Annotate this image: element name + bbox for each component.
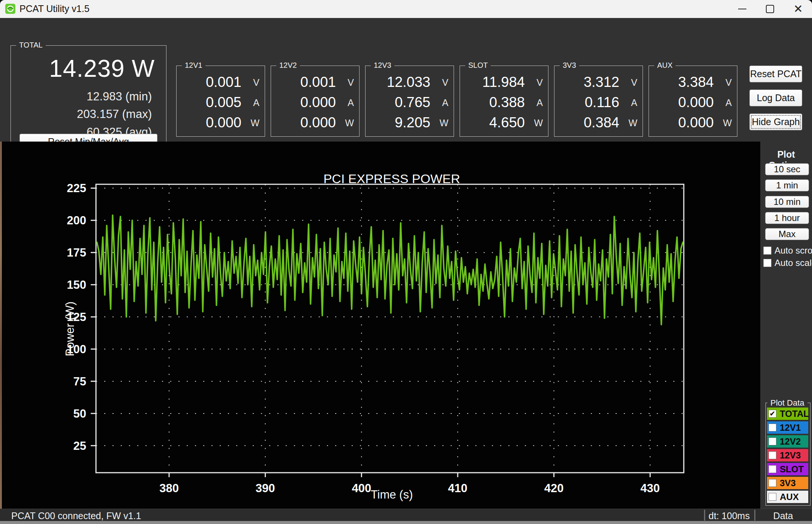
total-power-value: 14.239 W <box>49 55 155 82</box>
rail-voltage: 3.384 <box>678 74 714 90</box>
minimize-button[interactable] <box>728 0 756 18</box>
hide-graph-button[interactable]: Hide Graph <box>749 113 802 130</box>
unit-amps: A <box>348 97 354 108</box>
svg-text:25: 25 <box>73 439 86 452</box>
rail-label: 12V3 <box>371 61 394 70</box>
range-10min-button[interactable]: 10 min <box>765 196 809 208</box>
connection-status: PCAT C00 connected, FW v1.1 <box>11 511 141 521</box>
sample-interval: dt: 100ms <box>704 511 754 521</box>
unit-amps: A <box>725 97 732 108</box>
plot-data-rows: TOTAL 12V1 12V2 12V3 SLOT 3V3 AUX <box>767 408 808 505</box>
rail-power: 0.000 <box>206 115 241 131</box>
rail-label: SLOT <box>465 61 491 70</box>
rail-current: 0.000 <box>300 94 336 110</box>
range-1min-button[interactable]: 1 min <box>765 179 809 191</box>
checkbox <box>769 437 776 445</box>
range-1hour-button[interactable]: 1 hour <box>765 212 809 224</box>
svg-text:50: 50 <box>73 407 86 420</box>
rail-groupbox-12v3: 12V3 12.033V 0.765A 9.205W <box>365 66 454 137</box>
total-min: 12.983 (min) <box>87 90 152 103</box>
rail-groupbox-slot: SLOT 11.984V 0.388A 4.650W <box>460 66 548 137</box>
rail-groupbox-12v2: 12V2 0.001V 0.000A 0.000W <box>271 66 360 137</box>
minimize-icon <box>738 9 746 9</box>
unit-amps: A <box>442 97 448 108</box>
x-axis-label: Time (s) <box>277 488 506 502</box>
y-axis-label: Power (W) <box>63 290 77 368</box>
rail-current: 0.000 <box>678 94 714 110</box>
svg-text:175: 175 <box>67 246 86 259</box>
series-label: 12V3 <box>780 450 801 461</box>
checkbox <box>763 246 772 255</box>
total-label: TOTAL <box>16 41 46 49</box>
rail-label: 3V3 <box>560 61 579 70</box>
series-label: AUX <box>780 492 799 502</box>
rail-voltage: 0.001 <box>206 74 241 90</box>
unit-volts: V <box>725 77 732 88</box>
app-window: PCAT Utility v1.5 ✕ TOTAL 14.239 W 12.98… <box>0 0 812 524</box>
plot-data-row[interactable]: 12V2 <box>767 435 808 448</box>
rail-power: 0.384 <box>584 115 619 131</box>
plot-title: PCI EXPRESS POWER <box>277 172 506 186</box>
rail-groupbox-3v3: 3V3 3.312V 0.116A 0.384W <box>554 66 643 137</box>
rail-power: 0.000 <box>678 115 714 131</box>
plot-data-row[interactable]: AUX <box>767 491 808 503</box>
unit-volts: V <box>442 77 448 88</box>
nvidia-logo-icon <box>5 4 15 14</box>
unit-amps: A <box>536 97 543 108</box>
auto-scroll-label: Auto scroll <box>775 245 812 256</box>
rail-label: AUX <box>654 61 676 70</box>
plot-data-row[interactable]: SLOT <box>767 463 808 475</box>
svg-text:430: 430 <box>640 482 660 495</box>
auto-scroll-checkbox[interactable]: Auto scroll <box>763 245 812 256</box>
svg-text:420: 420 <box>544 482 564 495</box>
range-max-button[interactable]: Max <box>765 228 809 240</box>
reset-pcat-button[interactable]: Reset PCAT <box>749 66 802 82</box>
maximize-button[interactable] <box>756 0 784 18</box>
rail-voltage: 11.984 <box>482 74 525 90</box>
auto-scale-label: Auto scale <box>775 258 812 268</box>
rail-current: 0.388 <box>489 94 525 110</box>
checkbox <box>769 465 776 473</box>
rail-label: 12V1 <box>182 61 205 70</box>
svg-text:75: 75 <box>73 375 86 388</box>
checkbox <box>769 451 776 459</box>
close-icon: ✕ <box>793 3 803 15</box>
plot-data-row[interactable]: TOTAL <box>767 408 808 420</box>
unit-volts: V <box>253 77 259 88</box>
unit-watts: W <box>628 118 637 128</box>
plot-data-row[interactable]: 3V3 <box>767 477 808 489</box>
auto-scale-checkbox[interactable]: Auto scale <box>763 258 812 268</box>
checkbox <box>769 479 776 487</box>
rail-groupbox-aux: AUX 3.384V 0.000A 0.000W <box>649 66 737 137</box>
rail-power: 0.000 <box>300 115 336 131</box>
rail-label: 12V2 <box>276 61 300 70</box>
unit-volts: V <box>631 77 637 88</box>
plot-data-label: Plot Data <box>767 398 808 408</box>
unit-watts: W <box>345 118 354 128</box>
total-max: 203.157 (max) <box>77 107 152 121</box>
plot-data-groupbox: Plot Data TOTAL 12V1 12V2 12V3 SLOT 3V3 … <box>766 403 811 506</box>
unit-watts: W <box>250 118 259 128</box>
rail-power: 4.650 <box>489 115 525 131</box>
maximize-icon <box>766 5 774 13</box>
unit-amps: A <box>631 97 637 108</box>
plot-data-row[interactable]: 12V3 <box>767 449 808 461</box>
svg-text:200: 200 <box>67 214 86 227</box>
series-label: 12V2 <box>780 436 801 447</box>
range-10sec-button[interactable]: 10 sec <box>765 163 809 175</box>
series-label: SLOT <box>780 464 804 475</box>
measurement-panel: TOTAL 14.239 W 12.983 (min) 203.157 (max… <box>0 18 812 142</box>
unit-amps: A <box>253 97 259 108</box>
window-bottom-edge <box>0 521 812 524</box>
checkbox <box>769 410 776 418</box>
log-data-button[interactable]: Log Data <box>749 90 802 106</box>
svg-text:390: 390 <box>256 482 275 495</box>
close-button[interactable]: ✕ <box>784 0 812 18</box>
rail-current: 0.116 <box>585 94 619 110</box>
series-label: 3V3 <box>780 478 796 488</box>
unit-watts: W <box>534 118 543 128</box>
plot-data-row[interactable]: 12V1 <box>767 421 808 434</box>
graph-panel: 3803904004104204302550751001251501752002… <box>2 142 760 509</box>
svg-text:380: 380 <box>159 482 179 495</box>
unit-watts: W <box>723 118 732 128</box>
